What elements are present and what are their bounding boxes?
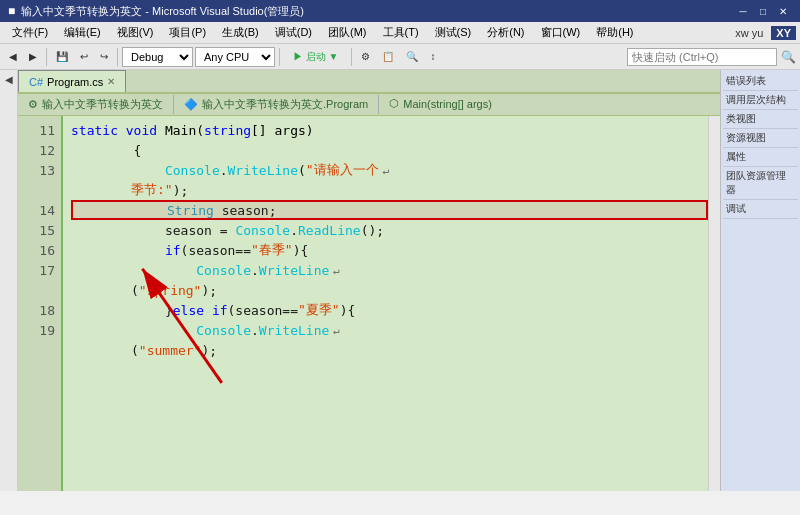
code-area: 11 12 13 14 15 16 17 18 19 [18,116,720,491]
line-num-18: 18 [18,300,61,320]
left-sidebar-icon-1: ◀ [3,74,14,85]
right-panel-team-explorer[interactable]: 团队资源管理器 [723,167,798,200]
right-panel-debug[interactable]: 调试 [723,200,798,219]
line-num-14: 14 [18,200,61,220]
nav-class[interactable]: 🔷 输入中文季节转换为英文.Program [174,95,379,114]
line-num-19b [18,340,61,360]
vertical-scrollbar[interactable] [708,116,720,491]
close-button[interactable]: ✕ [774,3,792,19]
nav-class-label: 输入中文季节转换为英文.Program [202,97,368,112]
toolbar-save[interactable]: 💾 [51,46,73,68]
toolbar-sep-2 [117,48,118,66]
nav-bar: ⚙ 输入中文季节转换为英文 🔷 输入中文季节转换为英文.Program ⬡ Ma… [18,94,720,116]
debug-config-select[interactable]: Debug Release [122,47,193,67]
toolbar-undo[interactable]: ↩ [75,46,93,68]
start-button[interactable]: ▶ 启动 ▼ [284,46,347,68]
main-area: ◀ C# Program.cs ✕ ⚙ 输入中文季节转换为英文 🔷 输入中文季节… [0,70,800,491]
toolbar-forward[interactable]: ▶ [24,46,42,68]
editor-area: C# Program.cs ✕ ⚙ 输入中文季节转换为英文 🔷 输入中文季节转换… [18,70,720,491]
code-line-14: String season; [71,200,708,220]
tab-label: Program.cs [47,76,103,88]
code-line-11: static void Main(string[] args) [71,120,708,140]
line-num-17b [18,280,61,300]
nav-namespace-label: 输入中文季节转换为英文 [42,97,163,112]
right-panel-resource-view[interactable]: 资源视图 [723,129,798,148]
code-line-15: season = Console.ReadLine(); [71,220,708,240]
code-line-17: Console.WriteLine ↵ [71,260,708,280]
nav-namespace-icon: ⚙ [28,98,38,111]
toolbar-sep-3 [279,48,280,66]
code-wrapper: static void Main(string[] args) { Consol… [63,116,708,491]
app-icon: ■ [8,4,15,18]
left-sidebar: ◀ [0,70,18,491]
toolbar-btn-3[interactable]: 🔍 [401,46,423,68]
menu-test[interactable]: 测试(S) [427,22,480,43]
code-line-13b: 季节:"); [71,180,708,200]
right-panel-class-view[interactable]: 类视图 [723,110,798,129]
code-line-17b: ("spring"); [71,280,708,300]
menu-file[interactable]: 文件(F) [4,22,56,43]
code-line-19: Console.WriteLine ↵ [71,320,708,340]
menu-tools[interactable]: 工具(T) [375,22,427,43]
minimize-button[interactable]: ─ [734,3,752,19]
menu-right: xw yu XY [735,26,796,40]
menu-analyze[interactable]: 分析(N) [479,22,532,43]
line-num-16: 16 [18,240,61,260]
tab-bar: C# Program.cs ✕ [18,70,720,94]
right-panel-call-hierarchy[interactable]: 调用层次结构 [723,91,798,110]
window-controls: ─ □ ✕ [734,3,792,19]
code-content[interactable]: static void Main(string[] args) { Consol… [63,116,708,364]
window-title: 输入中文季节转换为英文 - Microsoft Visual Studio(管理… [21,4,734,19]
menu-bar: 文件(F) 编辑(E) 视图(V) 项目(P) 生成(B) 调试(D) 团队(M… [0,22,800,44]
toolbar-sep-1 [46,48,47,66]
user-avatar: XY [771,26,796,40]
line-num-13b [18,180,61,200]
line-num-15: 15 [18,220,61,240]
toolbar-btn-2[interactable]: 📋 [377,46,399,68]
line-num-19: 19 [18,320,61,340]
menu-window[interactable]: 窗口(W) [533,22,589,43]
quick-launch-input[interactable] [627,48,777,66]
menu-edit[interactable]: 编辑(E) [56,22,109,43]
menu-view[interactable]: 视图(V) [109,22,162,43]
line-numbers: 11 12 13 14 15 16 17 18 19 [18,116,63,491]
line-num-13: 13 [18,160,61,180]
toolbar-sep-4 [351,48,352,66]
line-num-17: 17 [18,260,61,280]
code-line-13: Console.WriteLine("请输入一个 ↵ [71,160,708,180]
maximize-button[interactable]: □ [754,3,772,19]
right-side-panel: 错误列表 调用层次结构 类视图 资源视图 属性 团队资源管理器 调试 [720,70,800,491]
toolbar-btn-1[interactable]: ⚙ [356,46,375,68]
title-bar: ■ 输入中文季节转换为英文 - Microsoft Visual Studio(… [0,0,800,22]
search-icon: 🔍 [781,50,796,64]
menu-project[interactable]: 项目(P) [161,22,214,43]
right-panel-properties[interactable]: 属性 [723,148,798,167]
menu-build[interactable]: 生成(B) [214,22,267,43]
nav-method-label: Main(string[] args) [403,98,492,110]
toolbar-redo[interactable]: ↪ [95,46,113,68]
toolbar-back[interactable]: ◀ [4,46,22,68]
code-line-12: { [71,140,708,160]
line-num-12: 12 [18,140,61,160]
toolbar: ◀ ▶ 💾 ↩ ↪ Debug Release Any CPU ▶ 启动 ▼ ⚙… [0,44,800,70]
right-panel-error-list[interactable]: 错误列表 [723,72,798,91]
menu-team[interactable]: 团队(M) [320,22,375,43]
tab-close-button[interactable]: ✕ [107,76,115,87]
nav-method[interactable]: ⬡ Main(string[] args) [379,95,502,112]
tab-program-cs[interactable]: C# Program.cs ✕ [18,70,126,92]
code-line-19b: ("summer"); [71,340,708,360]
toolbar-btn-4[interactable]: ↕ [425,46,440,68]
menu-help[interactable]: 帮助(H) [588,22,641,43]
nav-namespace[interactable]: ⚙ 输入中文季节转换为英文 [18,95,174,114]
user-name: xw yu [735,27,763,39]
code-line-18: }else if(season=="夏季"){ [71,300,708,320]
nav-method-icon: ⬡ [389,97,399,110]
search-area: 🔍 [627,48,796,66]
tab-file-icon: C# [29,76,43,88]
code-line-16: if(season=="春季"){ [71,240,708,260]
nav-class-icon: 🔷 [184,98,198,111]
line-num-11: 11 [18,120,61,140]
platform-select[interactable]: Any CPU [195,47,275,67]
menu-debug[interactable]: 调试(D) [267,22,320,43]
